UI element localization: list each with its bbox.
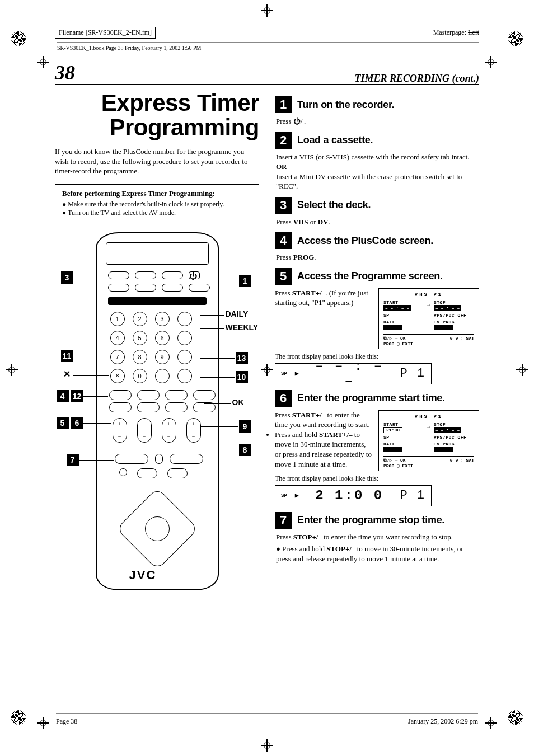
remote-button — [177, 312, 192, 326]
power-icon: ⏻/| — [293, 117, 304, 125]
step-number: 3 — [275, 197, 292, 214]
crop-mark — [6, 364, 18, 376]
play-button — [155, 454, 163, 464]
step-text: Press — [275, 411, 292, 419]
crop-mark — [261, 739, 273, 752]
step-text: . — [329, 218, 330, 226]
osd-label: SP — [383, 313, 424, 318]
osd-label: SP — [383, 435, 424, 440]
leader-line — [200, 328, 224, 329]
registration-sunburst — [508, 710, 523, 725]
osd-value — [434, 325, 453, 330]
callout-7: 7 — [67, 454, 79, 466]
osd-header: VHS P1 — [383, 414, 474, 420]
step-3: 3 Select the deck. Press VHS or DV. — [275, 197, 479, 227]
leader-line — [202, 281, 238, 281]
osd-value — [434, 447, 453, 452]
callout-ok: OK — [232, 398, 244, 407]
callout-10: 10 — [236, 371, 248, 383]
step-2: 2 Load a cassette. Insert a VHS (or S-VH… — [275, 132, 479, 191]
leader-line — [83, 396, 108, 397]
leader-line — [200, 315, 224, 316]
key-stop: STOP+/– — [326, 544, 355, 553]
step-number: 5 — [275, 268, 292, 285]
key-start: START+/– — [292, 411, 325, 419]
osd-screen-6: VHS P1 START21:00 → STOP– – : – – SP VPS… — [378, 410, 479, 471]
step-title: Access the Programme screen. — [297, 270, 443, 282]
registration-sunburst — [11, 31, 26, 46]
remote-button — [165, 390, 188, 400]
play-icon: ▶ — [295, 491, 299, 500]
title-line-1: Express Timer — [101, 90, 259, 116]
rec-button — [119, 468, 127, 476]
step-number: 7 — [275, 512, 292, 529]
rew-button — [115, 454, 148, 464]
callout-3: 3 — [61, 271, 73, 284]
crop-mark — [37, 717, 49, 729]
callout-6: 6 — [71, 417, 83, 429]
front-panel-lcd: SP ▶ 2 1:0 0 P 1 — [275, 485, 432, 506]
remote-button — [108, 271, 129, 279]
step-text: Insert a Mini DV cassette with the erase… — [276, 172, 479, 191]
before-box: Before performing Express Timer Programm… — [55, 184, 259, 222]
step-title: Load a cassette. — [297, 134, 373, 146]
step-text: Press — [276, 533, 293, 541]
step-text: Press — [276, 218, 293, 226]
lcd-time: 2 1:0 0 — [307, 488, 392, 503]
leader-line — [200, 450, 238, 450]
dpad-center — [145, 516, 170, 541]
osd-label: START — [383, 422, 424, 427]
callout-5: 5 — [57, 417, 69, 429]
osd-value: – – : – – — [383, 305, 411, 311]
step-title: Select the deck. — [297, 199, 371, 211]
remote-brand: JVC — [129, 568, 157, 583]
step-5: 5 Access the Programme screen. Press STA… — [275, 268, 479, 384]
step-text: or — [308, 218, 317, 226]
masterpage-label: Masterpage: — [433, 29, 466, 36]
step-text: . — [314, 253, 316, 261]
page: Filename [SR-VS30EK_2-EN.fm] Masterpage:… — [55, 27, 479, 722]
keypad-6: 6 — [155, 331, 170, 345]
leader-line — [73, 375, 109, 376]
callout-weekly: WEEKLY — [226, 323, 259, 332]
callout-12: 12 — [71, 390, 83, 402]
osd-label: TV PROG — [434, 320, 474, 325]
osd-hint: ⧉/▷ → OK — [383, 458, 413, 463]
remote-button — [177, 331, 192, 345]
ff-button — [170, 454, 203, 464]
osd-screen-5: VHS P1 START– – : – – → STOP– – : – – SP… — [378, 288, 479, 349]
osd-label: DATE — [383, 442, 424, 447]
step-text: Press and hold — [282, 544, 326, 553]
keypad-5: 5 — [133, 331, 147, 345]
title-line-2: Programming — [109, 114, 259, 140]
callout-11: 11 — [61, 350, 73, 362]
intro-paragraph: If you do not know the PlusCode number f… — [55, 147, 259, 176]
step-4: 4 Access the PlusCode screen. Press PROG… — [275, 232, 479, 262]
key-prog: PROG — [293, 253, 315, 261]
step-text: Press — [275, 289, 292, 297]
remote-button — [135, 284, 156, 292]
step-text: Press — [276, 253, 293, 261]
registration-sunburst — [508, 31, 523, 46]
callout-4: 4 — [57, 390, 69, 402]
lcd-caption: The front display panel looks like this: — [275, 475, 479, 483]
crop-mark — [37, 56, 49, 68]
lcd-prog: P 1 — [400, 489, 425, 503]
osd-hint: PROG ▢ EXIT — [383, 463, 413, 468]
leader-line — [200, 358, 235, 359]
step-6: 6 Enter the programme start time. Press … — [275, 390, 479, 506]
lcd-sp: SP — [281, 493, 287, 499]
arrow-right-icon: → — [424, 302, 434, 308]
osd-hint: 0–9 : SAT — [450, 336, 474, 346]
step-text: Press and hold — [275, 430, 319, 439]
step-text: . — [304, 117, 306, 125]
step-text: to enter the time you want recording to … — [322, 533, 453, 541]
stop-plus-minus: +− — [137, 418, 152, 443]
keypad-2: 2 — [133, 312, 147, 326]
remote-button — [177, 350, 192, 364]
leader-line — [79, 460, 114, 461]
prog-plus-minus: +− — [186, 418, 201, 443]
step-title: Enter the programme stop time. — [297, 514, 444, 526]
keypad-4: 4 — [110, 331, 125, 345]
arrow-right-icon: → — [424, 424, 434, 430]
